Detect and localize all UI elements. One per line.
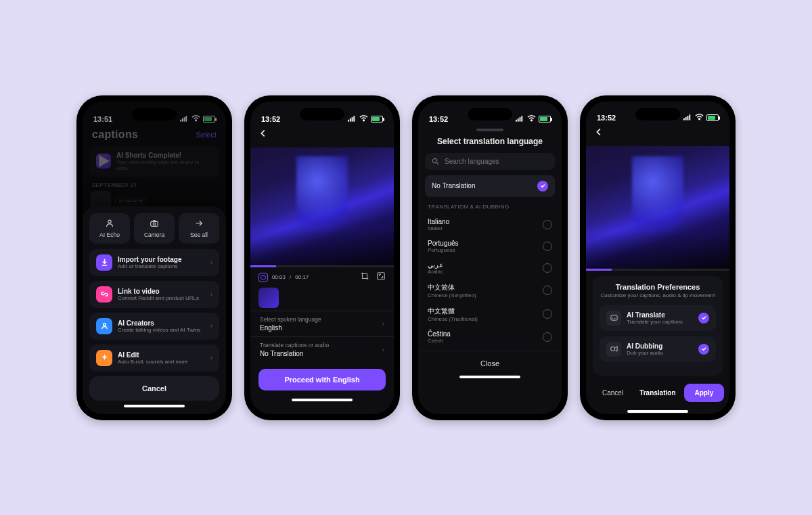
video-preview[interactable] xyxy=(250,148,394,265)
radio-icon xyxy=(543,242,552,251)
chevron-right-icon: › xyxy=(210,290,212,298)
project-tag: AI CREATOR xyxy=(115,198,146,204)
item-subtitle: Create talking videos and AI Twins xyxy=(118,327,205,333)
lang-sub: Czech xyxy=(428,338,451,344)
svg-point-5 xyxy=(108,220,111,223)
svg-rect-28 xyxy=(610,347,614,351)
proceed-button[interactable]: Proceed with English xyxy=(258,369,386,390)
quick-see-all[interactable]: See all xyxy=(179,213,219,244)
back-button[interactable] xyxy=(250,125,394,145)
progress-bar[interactable] xyxy=(586,269,729,271)
search-input[interactable]: Search languages xyxy=(425,153,555,170)
svg-rect-6 xyxy=(151,221,158,226)
quick-ai-echo[interactable]: AI Echo xyxy=(89,213,130,244)
banner-subtitle: Your viral-worthy clips are ready to vie… xyxy=(116,159,212,171)
status-time: 13:52 xyxy=(261,115,280,123)
language-row[interactable]: 中文繁體Chinese (Traditional) xyxy=(418,303,562,326)
banner-title: AI Shorts Complete! xyxy=(116,152,212,159)
setting-value: English xyxy=(260,324,321,332)
battery-icon xyxy=(203,116,215,122)
arrow-right-icon xyxy=(194,219,204,228)
back-button[interactable] xyxy=(586,123,729,143)
avatar-icon xyxy=(96,318,112,334)
quick-camera[interactable]: Camera xyxy=(134,213,175,244)
pref-ai-dubbing[interactable]: AI Dubbing Dub your audio xyxy=(600,336,716,362)
svg-rect-25 xyxy=(689,115,690,120)
pref-ai-translate[interactable]: AI Translate Translate your captions xyxy=(600,305,716,331)
battery-icon xyxy=(539,116,551,122)
link-icon xyxy=(96,286,112,303)
svg-rect-1 xyxy=(182,118,183,122)
status-time: 13:52 xyxy=(597,114,616,122)
svg-rect-0 xyxy=(180,119,181,121)
radio-icon xyxy=(543,220,552,229)
svg-rect-14 xyxy=(261,275,265,279)
radio-icon xyxy=(543,286,552,295)
quick-label: AI Echo xyxy=(99,231,120,238)
language-row[interactable]: عربيArabic xyxy=(418,257,562,279)
language-row[interactable]: PortuguêsPortuguese xyxy=(418,236,562,257)
action-ai-edit[interactable]: AI Edit Auto B-roll, sounds and more › xyxy=(89,344,219,372)
sparkle-icon xyxy=(96,350,112,366)
download-icon xyxy=(96,254,112,271)
clip-thumbnail[interactable] xyxy=(258,288,279,308)
item-subtitle: Convert Reddit and product URLs xyxy=(118,295,205,301)
cancel-button[interactable]: Cancel xyxy=(594,384,631,402)
expand-icon[interactable] xyxy=(376,271,386,284)
dynamic-island xyxy=(635,108,680,120)
dynamic-island xyxy=(468,108,512,120)
lang-name: Português xyxy=(428,240,459,247)
language-row[interactable]: ItalianoItalian xyxy=(418,214,562,236)
spoken-language-row[interactable]: Select spoken language English › xyxy=(250,311,394,336)
svg-point-4 xyxy=(196,119,197,120)
no-translation-row[interactable]: No Translation xyxy=(425,175,555,197)
language-row[interactable]: 中文简体Chinese (Simplified) xyxy=(418,279,562,303)
date-header: SEPTEMBER 27 xyxy=(83,181,226,189)
person-icon xyxy=(105,219,114,228)
panel-subtitle: Customize your captions, audio & lip mov… xyxy=(600,292,716,298)
language-row[interactable]: ČeštinaCzech xyxy=(418,326,562,348)
chevron-right-icon: › xyxy=(210,259,212,266)
translation-tab[interactable]: Translation xyxy=(631,384,683,402)
play-icon xyxy=(96,154,111,169)
sheet-grabber[interactable] xyxy=(476,129,503,131)
action-import-footage[interactable]: Import your footage Add or translate cap… xyxy=(89,249,219,276)
svg-rect-3 xyxy=(185,116,187,121)
lang-name: عربي xyxy=(428,261,443,269)
section-header: TRANSLATION & AI DUBBING xyxy=(418,202,562,214)
svg-rect-22 xyxy=(683,118,685,120)
phone-frame-2: 13:52 00:03 / 00:17 xyxy=(244,95,400,420)
progress-bar[interactable] xyxy=(250,265,394,267)
lang-sub: Arabic xyxy=(428,269,443,275)
pref-title: AI Translate xyxy=(627,311,693,319)
chevron-right-icon: › xyxy=(210,322,212,330)
signal-icon xyxy=(683,114,692,122)
signal-icon xyxy=(180,115,189,123)
action-sheet: AI Echo Camera See all xyxy=(83,206,226,414)
lang-sub: Italian xyxy=(428,225,449,231)
home-indicator xyxy=(459,376,520,378)
video-preview[interactable] xyxy=(586,146,729,269)
translation-row[interactable]: Translate captions or audio No Translati… xyxy=(250,336,394,362)
wifi-icon xyxy=(191,115,200,123)
pref-subtitle: Dub your audio xyxy=(627,350,693,356)
search-placeholder: Search languages xyxy=(445,158,499,165)
status-time: 13:51 xyxy=(93,115,112,123)
crop-icon[interactable] xyxy=(360,271,369,284)
dynamic-island xyxy=(300,108,344,120)
captions-toggle-icon[interactable] xyxy=(258,273,268,282)
app-logo: captions xyxy=(92,129,138,141)
close-button[interactable]: Close xyxy=(418,351,562,372)
svg-rect-17 xyxy=(518,118,519,122)
pref-subtitle: Translate your captions xyxy=(627,319,693,325)
panel-title: Translation Preferences xyxy=(600,283,716,291)
notification-banner[interactable]: AI Shorts Complete! Your viral-worthy cl… xyxy=(89,146,219,177)
cancel-button[interactable]: Cancel xyxy=(89,376,219,401)
quick-label: Camera xyxy=(144,231,164,238)
sheet-title: Select translation language xyxy=(418,134,562,153)
apply-button[interactable]: Apply xyxy=(684,384,725,402)
action-link-video[interactable]: Link to video Convert Reddit and product… xyxy=(89,281,219,308)
select-button[interactable]: Select xyxy=(196,131,217,139)
action-ai-creators[interactable]: AI Creators Create talking videos and AI… xyxy=(89,313,219,340)
lang-name: Čeština xyxy=(428,330,451,338)
